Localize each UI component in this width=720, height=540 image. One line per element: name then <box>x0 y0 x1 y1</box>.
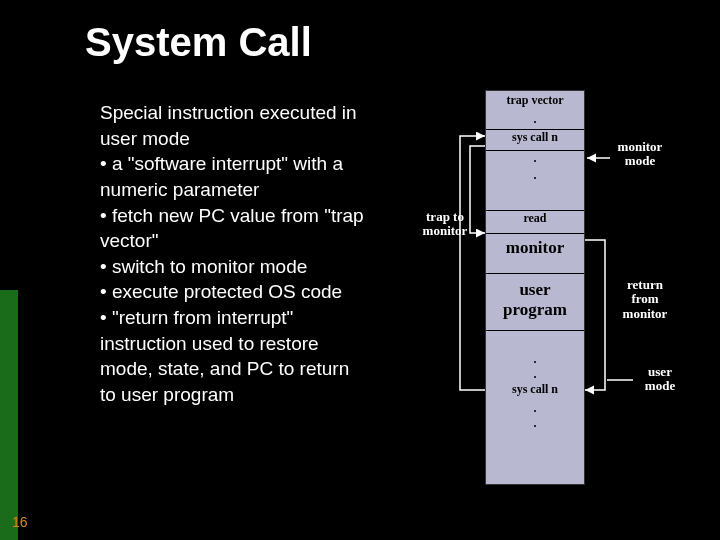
label-user-mode: user mode <box>630 365 690 394</box>
page-number: 16 <box>12 514 28 530</box>
cell-dot: . <box>486 401 584 416</box>
body-text: Special instruction executed in user mod… <box>100 100 370 408</box>
cell-dot: . <box>486 367 584 382</box>
label-monitor-mode: monitor mode <box>610 140 670 169</box>
cell-dot: . <box>486 416 584 431</box>
body-line-2: • fetch new PC value from "trap vector" <box>100 205 364 252</box>
cell-dot: . <box>486 151 584 168</box>
label-return-from: return from monitor <box>615 278 675 321</box>
memory-diagram: trap vector . sys call n . . read monito… <box>385 90 705 500</box>
cell-dot: . <box>486 168 584 185</box>
cell-dot: . <box>486 112 584 129</box>
memory-column: trap vector . sys call n . . read monito… <box>485 90 585 485</box>
body-line-5: • "return from interrupt" instruction us… <box>100 307 349 405</box>
body-line-1: • a "software interrupt" with a numeric … <box>100 153 343 200</box>
cell-syscall-top: sys call n <box>486 129 584 151</box>
body-line-0: Special instruction executed in user mod… <box>100 102 357 149</box>
cell-user-program: user program <box>486 273 584 331</box>
cell-trap-vector: trap vector <box>486 91 584 112</box>
cell-spacer <box>486 331 584 352</box>
cell-dot: . <box>486 352 584 367</box>
slide-title: System Call <box>85 20 312 65</box>
cell-read: read <box>486 210 584 234</box>
label-trap-to-monitor: trap to monitor <box>415 210 475 239</box>
body-line-4: • execute protected OS code <box>100 281 342 302</box>
cell-monitor: monitor <box>486 234 584 273</box>
cell-syscall-bottom: sys call n <box>486 382 584 401</box>
accent-bar <box>0 290 18 540</box>
body-line-3: • switch to monitor mode <box>100 256 307 277</box>
cell-spacer <box>486 185 584 210</box>
